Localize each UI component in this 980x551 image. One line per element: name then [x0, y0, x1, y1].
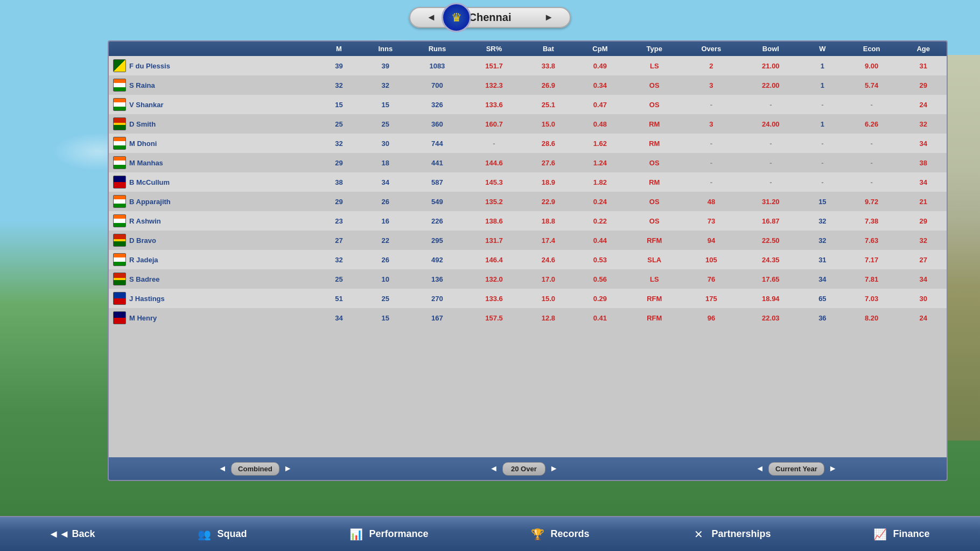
col-header-sr[interactable]: SR% — [466, 41, 523, 56]
col-header-type[interactable]: Type — [626, 41, 683, 56]
stat-cell-runs: 492 — [409, 250, 466, 269]
stat-cell-overs: 3 — [683, 75, 740, 95]
table-row[interactable]: INM Manhas2918441144.627.61.24OS----38 — [109, 153, 947, 172]
over-filter-btn[interactable]: 20 Over — [502, 462, 545, 476]
stat-cell-w: - — [802, 95, 843, 114]
combined-filter-btn[interactable]: Combined — [231, 462, 279, 476]
nav-partnerships[interactable]: ✕ Partnerships — [679, 521, 781, 547]
player-flag-icon: IN — [113, 156, 126, 169]
col-header-overs[interactable]: Overs — [683, 41, 740, 56]
stat-cell-bowl: 22.03 — [740, 308, 802, 327]
stat-cell-bat: 17.0 — [522, 269, 574, 289]
stat-cell-econ: 7.81 — [843, 269, 900, 289]
stat-cell-bat: 18.9 — [522, 172, 574, 192]
stat-cell-econ: - — [843, 172, 900, 192]
year-filter-btn[interactable]: Current Year — [768, 462, 824, 476]
stat-cell-runs: 1083 — [409, 56, 466, 75]
finance-label: Finance — [893, 528, 929, 540]
stat-cell-runs: 136 — [409, 269, 466, 289]
stat-cell-bowl: 16.87 — [740, 211, 802, 231]
stat-cell-sr: 157.5 — [466, 308, 523, 327]
stat-cell-age: 34 — [900, 269, 947, 289]
year-prev-button[interactable]: ◄ — [753, 464, 766, 473]
stat-cell-cpm: 0.22 — [574, 211, 626, 231]
stat-cell-cpm: 0.24 — [574, 192, 626, 211]
year-next-button[interactable]: ► — [827, 464, 839, 473]
stat-cell-bowl: - — [740, 134, 802, 153]
table-row[interactable]: WID Bravo2722295131.717.40.44RFM9422.503… — [109, 231, 947, 250]
stat-cell-overs: 94 — [683, 231, 740, 250]
stat-cell-overs: 48 — [683, 192, 740, 211]
col-header-econ[interactable]: Econ — [843, 41, 900, 56]
bottom-nav: ◄◄ Back 👥 Squad 📊 Performance 🏆 Records … — [0, 516, 980, 551]
col-header-m[interactable]: M — [316, 41, 362, 56]
stat-cell-m: 23 — [316, 211, 362, 231]
table-row[interactable]: WID Smith2525360160.715.00.48RM324.0016.… — [109, 114, 947, 134]
stat-cell-runs: 295 — [409, 231, 466, 250]
col-header-bowl[interactable]: Bowl — [740, 41, 802, 56]
stat-cell-inns: 34 — [362, 172, 409, 192]
table-row[interactable]: INB Apparajith2926549135.222.90.24OS4831… — [109, 192, 947, 211]
stat-cell-bat: 33.8 — [522, 56, 574, 75]
col-header-cpm[interactable]: CpM — [574, 41, 626, 56]
table-row[interactable]: NZM Henry3415167157.512.80.41RFM9622.033… — [109, 308, 947, 327]
stat-cell-inns: 18 — [362, 153, 409, 172]
table-row[interactable]: INR Jadeja3226492146.424.60.53SLA10524.3… — [109, 250, 947, 269]
col-header-inns[interactable]: Inns — [362, 41, 409, 56]
stat-cell-type: RFM — [626, 289, 683, 308]
col-header-bat[interactable]: Bat — [522, 41, 574, 56]
stat-cell-m: 32 — [316, 75, 362, 95]
stat-cell-w: 1 — [802, 75, 843, 95]
stat-cell-bat: 18.8 — [522, 211, 574, 231]
table-row[interactable]: INV Shankar1515326133.625.10.47OS----24 — [109, 95, 947, 114]
nav-records[interactable]: 🏆 Records — [518, 521, 600, 547]
col-header-w[interactable]: W — [802, 41, 843, 56]
stat-cell-w: - — [802, 134, 843, 153]
prev-city-button[interactable]: ◄ — [421, 12, 442, 23]
stat-cell-runs: 270 — [409, 289, 466, 308]
player-flag-icon: WI — [113, 234, 126, 247]
player-flag-icon: IN — [113, 98, 126, 111]
over-prev-button[interactable]: ◄ — [487, 464, 500, 473]
next-city-button[interactable]: ► — [538, 12, 559, 23]
stat-cell-m: 15 — [316, 95, 362, 114]
stat-cell-overs: 3 — [683, 114, 740, 134]
performance-label: Performance — [369, 528, 428, 540]
combined-prev-button[interactable]: ◄ — [216, 464, 229, 473]
col-header-age[interactable]: Age — [900, 41, 947, 56]
stat-cell-sr: 135.2 — [466, 192, 523, 211]
table-row[interactable]: INS Raina3232700132.326.90.34OS322.0015.… — [109, 75, 947, 95]
table-row[interactable]: INM Dhoni3230744-28.61.62RM----34 — [109, 134, 947, 153]
stat-cell-bat: 15.0 — [522, 114, 574, 134]
table-row[interactable]: AUJ Hastings5125270133.615.00.29RFM17518… — [109, 289, 947, 308]
player-flag-icon: IN — [113, 214, 126, 227]
table-row[interactable]: INR Ashwin2316226138.618.80.22OS7316.873… — [109, 211, 947, 231]
over-next-button[interactable]: ► — [548, 464, 561, 473]
table-wrapper[interactable]: M Inns Runs SR% Bat CpM Type Overs Bowl … — [109, 41, 947, 440]
nav-squad[interactable]: 👥 Squad — [185, 521, 257, 547]
stat-cell-sr: 160.7 — [466, 114, 523, 134]
stat-cell-econ: 7.03 — [843, 289, 900, 308]
stat-cell-m: 32 — [316, 250, 362, 269]
stat-cell-bat: 17.4 — [522, 231, 574, 250]
stat-cell-w: - — [802, 153, 843, 172]
records-label: Records — [550, 528, 589, 540]
col-header-runs[interactable]: Runs — [409, 41, 466, 56]
stat-cell-age: 24 — [900, 308, 947, 327]
table-row[interactable]: WIS Badree2510136132.017.00.56LS7617.653… — [109, 269, 947, 289]
nav-finance[interactable]: 📈 Finance — [860, 521, 940, 547]
combined-filter-group: ◄ Combined ► — [216, 462, 294, 476]
stat-cell-bowl: - — [740, 95, 802, 114]
stat-cell-econ: 7.38 — [843, 211, 900, 231]
table-row[interactable]: NZB McCullum3834587145.318.91.82RM----34 — [109, 172, 947, 192]
stat-cell-age: 31 — [900, 56, 947, 75]
stat-cell-age: 32 — [900, 231, 947, 250]
nav-performance[interactable]: 📊 Performance — [337, 521, 439, 547]
table-row[interactable]: SAF du Plessis39391083151.733.80.49LS221… — [109, 56, 947, 75]
stat-cell-w: 1 — [802, 114, 843, 134]
nav-back[interactable]: ◄◄ Back — [39, 521, 106, 547]
stat-cell-m: 32 — [316, 134, 362, 153]
combined-next-button[interactable]: ► — [282, 464, 295, 473]
stat-cell-m: 34 — [316, 308, 362, 327]
stat-cell-m: 51 — [316, 289, 362, 308]
